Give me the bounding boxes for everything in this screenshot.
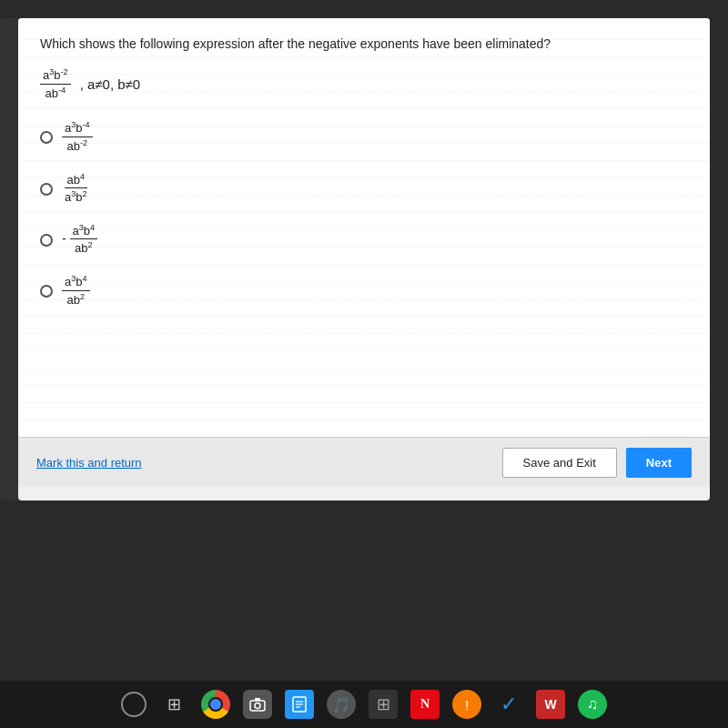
option-a[interactable]: a3b-4 ab-2 (40, 120, 688, 153)
expression-condition: , a≠0, b≠0 (80, 76, 141, 92)
taskbar: ⊞ 🎵 ⊞ N ! ✓ W ♫ (0, 681, 728, 728)
option-c-numerator: a3b4 (70, 223, 98, 240)
left-strip (0, 18, 20, 500)
option-d-content: a3b4 ab2 (62, 274, 90, 307)
taskbar-warning-icon[interactable]: ! (452, 690, 481, 719)
radio-c[interactable] (40, 234, 53, 247)
option-b[interactable]: ab4 a3b2 (40, 172, 688, 205)
option-b-denominator: a3b2 (62, 188, 90, 205)
radio-d[interactable] (40, 285, 53, 298)
option-a-content: a3b-4 ab-2 (62, 120, 93, 153)
question-text: Which shows the following expression aft… (40, 36, 688, 51)
taskbar-files-icon[interactable] (285, 690, 314, 719)
option-b-content: ab4 a3b2 (62, 172, 90, 205)
option-d[interactable]: a3b4 ab2 (40, 274, 688, 307)
expression-fraction: a3b-2 ab-4 (40, 67, 71, 100)
option-d-denominator: ab2 (65, 291, 88, 308)
option-c[interactable]: - a3b4 ab2 (40, 223, 688, 256)
taskbar-music-icon[interactable]: 🎵 (327, 690, 356, 719)
options-list: a3b-4 ab-2 ab4 a3b2 - (40, 120, 688, 307)
radio-b[interactable] (40, 183, 53, 196)
main-expression: a3b-2 ab-4 , a≠0, b≠0 (40, 67, 688, 100)
radio-a[interactable] (40, 131, 53, 144)
taskbar-camera-icon[interactable] (243, 690, 272, 719)
option-d-numerator: a3b4 (62, 274, 90, 291)
footer-bar: Mark this and return Save and Exit Next (18, 437, 710, 487)
quiz-container: Which shows the following expression aft… (18, 18, 710, 437)
quiz-screen: Which shows the following expression aft… (18, 18, 710, 500)
mark-return-link[interactable]: Mark this and return (36, 456, 142, 470)
taskbar-window-icon[interactable]: ⊞ (159, 690, 188, 719)
svg-rect-0 (250, 701, 265, 711)
option-a-denominator: ab-2 (65, 137, 91, 154)
main-denominator: ab-4 (43, 85, 69, 101)
taskbar-grid-icon[interactable]: ⊞ (369, 690, 398, 719)
save-exit-button[interactable]: Save and Exit (502, 448, 617, 478)
option-c-content: - a3b4 ab2 (62, 223, 97, 256)
svg-rect-2 (255, 698, 260, 701)
taskbar-chrome-icon[interactable] (201, 690, 230, 719)
taskbar-docs-icon[interactable]: W (536, 690, 565, 719)
option-a-numerator: a3b-4 (62, 120, 93, 137)
taskbar-spotify-icon[interactable]: ♫ (578, 690, 607, 719)
taskbar-circle-btn[interactable] (121, 692, 147, 717)
taskbar-check-icon[interactable]: ✓ (494, 690, 523, 719)
option-b-numerator: ab4 (65, 172, 88, 189)
taskbar-netflix-icon[interactable]: N (410, 690, 440, 719)
svg-point-1 (255, 703, 260, 709)
footer-buttons: Save and Exit Next (502, 448, 692, 478)
option-c-denominator: ab2 (72, 239, 96, 256)
next-button[interactable]: Next (626, 448, 692, 478)
main-numerator: a3b-2 (40, 67, 71, 85)
